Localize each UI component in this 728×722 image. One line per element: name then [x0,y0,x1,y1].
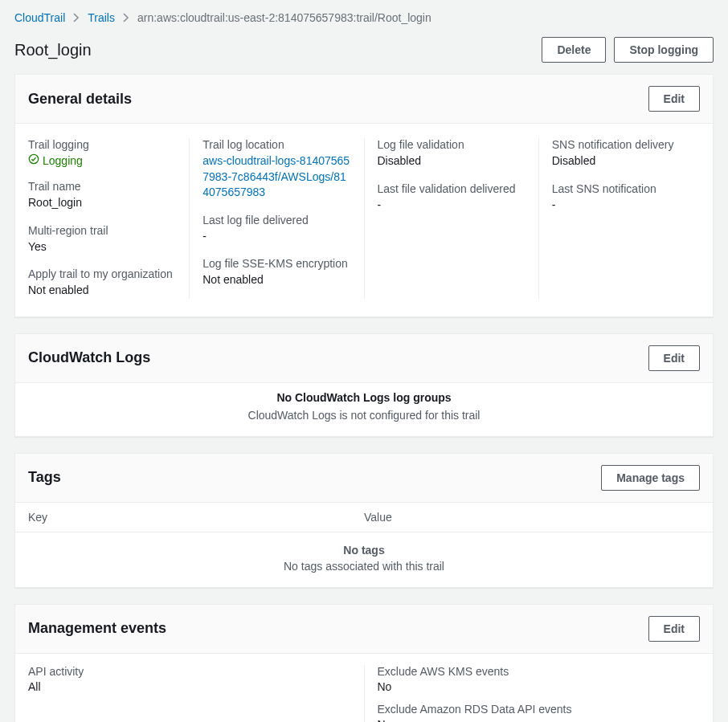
cloudwatch-empty-sub: CloudWatch Logs is not configured for th… [28,409,700,422]
sns-delivery-value: Disabled [552,153,700,169]
api-activity-value: All [28,679,351,695]
chevron-right-icon [73,13,80,22]
exclude-kms-label: Exclude AWS KMS events [378,665,701,678]
management-events-panel: Management events Edit API activity All … [14,604,714,722]
breadcrumb-cloudtrail-link[interactable]: CloudTrail [14,11,65,24]
trail-name-value: Root_login [28,195,176,211]
general-details-panel: General details Edit Trail logging Loggi… [14,74,714,317]
cloudwatch-edit-button[interactable]: Edit [648,345,700,371]
tags-col-key: Key [28,511,364,524]
multi-region-value: Yes [28,239,176,255]
tags-empty-title: No tags [28,544,700,557]
status-ok-icon [28,153,39,167]
cloudwatch-empty-title: No CloudWatch Logs log groups [28,391,700,404]
sse-kms-label: Log file SSE-KMS encryption [202,257,350,270]
exclude-rds-value: No [378,717,701,722]
apply-org-value: Not enabled [28,283,176,299]
validation-value: Disabled [378,153,526,169]
trail-logging-status-text: Logging [43,154,83,167]
apply-org-label: Apply trail to my organization [28,267,176,280]
log-location-link[interactable]: aws-cloudtrail-logs-814075657983-7c86443… [202,154,350,198]
breadcrumb-current: arn:aws:cloudtrail:us-east-2:81407565798… [137,11,431,24]
sns-delivery-label: SNS notification delivery [552,138,700,151]
page-header: Root_login Delete Stop logging [14,32,714,74]
log-location-label: Trail log location [202,138,350,151]
page-title: Root_login [14,41,92,59]
delete-button[interactable]: Delete [542,37,606,63]
last-log-delivered-label: Last log file delivered [202,214,350,226]
api-activity-label: API activity [28,665,351,678]
breadcrumb: CloudTrail Trails arn:aws:cloudtrail:us-… [14,0,714,32]
manage-tags-button[interactable]: Manage tags [601,465,700,491]
exclude-kms-value: No [378,679,701,695]
tags-title: Tags [28,469,61,486]
chevron-right-icon [123,13,129,22]
exclude-rds-label: Exclude Amazon RDS Data API events [378,703,701,716]
stop-logging-button[interactable]: Stop logging [614,37,714,63]
management-events-title: Management events [28,620,166,637]
tags-empty-sub: No tags associated with this trail [28,560,700,573]
last-sns-value: - [552,198,700,214]
trail-logging-label: Trail logging [28,138,176,151]
tags-table-header: Key Value [15,503,713,532]
last-validation-value: - [378,198,526,214]
sse-kms-value: Not enabled [202,272,350,288]
breadcrumb-trails-link[interactable]: Trails [88,11,115,24]
general-edit-button[interactable]: Edit [648,86,700,112]
tags-col-value: Value [364,511,700,524]
trail-logging-status: Logging [28,153,83,167]
last-validation-label: Last file validation delivered [378,182,526,195]
trail-name-label: Trail name [28,180,176,193]
last-log-delivered-value: - [202,229,350,245]
validation-label: Log file validation [378,138,526,151]
management-edit-button[interactable]: Edit [648,616,700,642]
cloudwatch-logs-panel: CloudWatch Logs Edit No CloudWatch Logs … [14,333,714,437]
page-actions: Delete Stop logging [542,37,714,63]
tags-panel: Tags Manage tags Key Value No tags No ta… [14,453,714,588]
cloudwatch-logs-title: CloudWatch Logs [28,349,150,366]
last-sns-label: Last SNS notification [552,182,700,195]
general-details-title: General details [28,91,132,108]
multi-region-label: Multi-region trail [28,224,176,237]
